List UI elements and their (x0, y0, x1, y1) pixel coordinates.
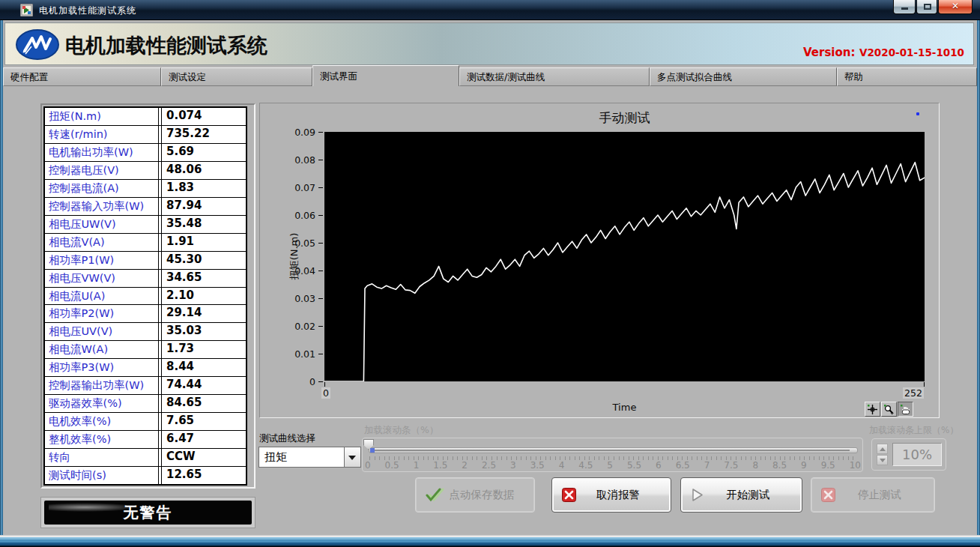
table-row: 测试时间(s) 12.65 (45, 467, 246, 484)
warning-text: 无警告 (44, 503, 252, 523)
table-row: 相功率P3(W) 8.44 (45, 359, 246, 377)
table-row: 控制器电流(A) 1.83 (45, 180, 246, 198)
slider-tick-label: 3 (510, 460, 516, 471)
close-button[interactable]: ✕ (938, 0, 973, 14)
slider-tick-label: 1.5 (433, 460, 447, 471)
dropdown-arrow-button[interactable] (344, 447, 360, 467)
measurement-value: 84.65 (161, 395, 246, 412)
slider-track[interactable] (369, 447, 858, 453)
app-header: 电机加载性能测试系统 Version: V2020-01-15-1010 (4, 22, 974, 65)
table-row: 相电流V(A) 1.91 (45, 234, 246, 252)
warning-panel: 无警告 (40, 497, 255, 528)
slider-tick-label: 6 (656, 460, 662, 471)
spinner-down-button[interactable] (877, 455, 888, 465)
measurement-label: 扭矩(N.m) (45, 108, 159, 125)
y-tick-mark (318, 187, 323, 188)
tab-bar: 硬件配置 测试设定 测试界面 测试数据/测试曲线 多点测试拟合曲线 帮助 (3, 65, 977, 86)
stop-test-button[interactable]: 停止测试 (811, 477, 935, 513)
measurement-label: 相电压UW(V) (45, 216, 159, 233)
slider-tick-label: 8.5 (772, 460, 787, 471)
measurement-label: 控制器输出功率(W) (45, 377, 159, 394)
tab-test-data-curves[interactable]: 测试数据/测试曲线 (459, 67, 650, 86)
table-row: 控制器输入功率(W) 87.94 (45, 198, 246, 216)
curve-select-dropdown[interactable]: 扭矩 (258, 447, 361, 468)
start-test-button[interactable]: 开始测试 (680, 477, 802, 513)
tab-test-settings[interactable]: 测试设定 (161, 67, 312, 86)
measurement-label: 相电流V(A) (45, 234, 159, 251)
slider-tick-label: 8 (752, 460, 758, 471)
measurement-value: 48.06 (161, 162, 246, 179)
graph-palette (864, 402, 913, 417)
measurement-value: 7.65 (161, 413, 246, 430)
slider-tick-label: 5.5 (627, 460, 641, 471)
measurement-label: 转向 (45, 449, 159, 466)
y-tick-mark (318, 243, 323, 244)
y-tick-mark (318, 215, 323, 216)
y-tick-mark (318, 381, 323, 382)
measurement-label: 相功率P1(W) (45, 252, 159, 269)
x-axis-title: Time (324, 402, 925, 413)
table-row: 扭矩(N.m) 0.074 (45, 108, 246, 126)
y-tick-label: 0.06 (294, 210, 315, 221)
red-x-muted-icon (821, 488, 835, 502)
y-tick-mark (318, 271, 323, 271)
slider-tick-label: 0 (365, 460, 371, 471)
load-limit-label: 加载滚动条上限（%） (869, 424, 958, 437)
measurement-value: 29.14 (161, 305, 246, 322)
x-tick-mark (924, 382, 925, 387)
measurement-value: 0.074 (161, 108, 246, 125)
zoom-icon (883, 404, 895, 415)
slider-tick-label: 1 (414, 460, 420, 471)
pan-tool-button[interactable] (898, 402, 913, 417)
y-tick-mark (318, 298, 323, 299)
torque-curve (324, 163, 925, 381)
measurement-label: 控制器输入功率(W) (45, 198, 159, 215)
load-limit-control: 10% (871, 438, 946, 471)
cancel-alarm-button[interactable]: 取消报警 (551, 477, 671, 513)
load-limit-field[interactable]: 10% (892, 443, 942, 466)
table-row: 相电压VW(V) 34.65 (45, 270, 246, 288)
double-check-icon (426, 488, 445, 503)
plot-area[interactable] (324, 132, 925, 381)
table-row: 相电压UW(V) 35.48 (45, 216, 246, 234)
app-window: 电机加载性能测试系统 ✕ 电机加载性能测试系统 Version: V2020-0… (0, 0, 980, 547)
slider-tick-labels: 00.511.522.533.544.555.566.577.588.599.5… (365, 460, 861, 471)
cursor-tool-button[interactable] (865, 402, 880, 417)
spinner-up-button[interactable] (877, 444, 888, 454)
measurement-value: 35.48 (161, 216, 246, 233)
tab-multipoint-fit-curve[interactable]: 多点测试拟合曲线 (650, 67, 837, 86)
table-row: 控制器电压(V) 48.06 (45, 162, 246, 180)
table-row: 转速(r/min) 735.22 (45, 126, 246, 144)
y-tick-mark (318, 326, 323, 327)
chevron-down-icon (348, 456, 356, 460)
tab-help[interactable]: 帮助 (837, 67, 977, 86)
measurement-value: 45.30 (161, 252, 246, 269)
measurement-label: 相电流U(A) (45, 288, 159, 305)
table-row: 驱动器效率(%) 84.65 (45, 395, 246, 413)
warning-banner: 无警告 (44, 501, 252, 525)
jog-save-data-button[interactable]: 点动保存数据 (415, 477, 535, 513)
close-icon: ✕ (939, 1, 972, 11)
triangle-down-icon (880, 459, 886, 462)
table-row: 相电流U(A) 2.10 (45, 288, 246, 306)
chart-panel: 手动测试 0.090.080.070.060.050.040.030.020.0… (259, 103, 940, 418)
measurement-value: 2.10 (161, 288, 246, 305)
slider-tick-label: 6.5 (676, 460, 690, 471)
curve-select-label: 测试曲线选择 (259, 432, 315, 445)
tab-test-interface[interactable]: 测试界面 (312, 65, 459, 86)
measurement-value: 35.03 (161, 323, 246, 340)
slider-tick-label: 0.5 (385, 460, 399, 471)
table-row: 相电压UV(V) 35.03 (45, 323, 246, 341)
measurement-value: 34.65 (161, 270, 246, 287)
y-tick-label: 0.09 (294, 127, 315, 138)
maximize-button[interactable] (916, 0, 937, 14)
table-row: 相功率P1(W) 45.30 (45, 252, 246, 270)
title-bar[interactable]: 电机加载性能测试系统 ✕ (0, 0, 980, 20)
minimize-icon (901, 7, 908, 10)
measurement-label: 相功率P2(W) (45, 305, 159, 322)
measurement-value: 87.94 (161, 198, 246, 215)
zoom-tool-button[interactable] (881, 402, 897, 417)
minimize-button[interactable] (893, 0, 916, 14)
tab-hardware-config[interactable]: 硬件配置 (3, 67, 161, 86)
table-row: 电机效率(%) 7.65 (45, 413, 246, 431)
